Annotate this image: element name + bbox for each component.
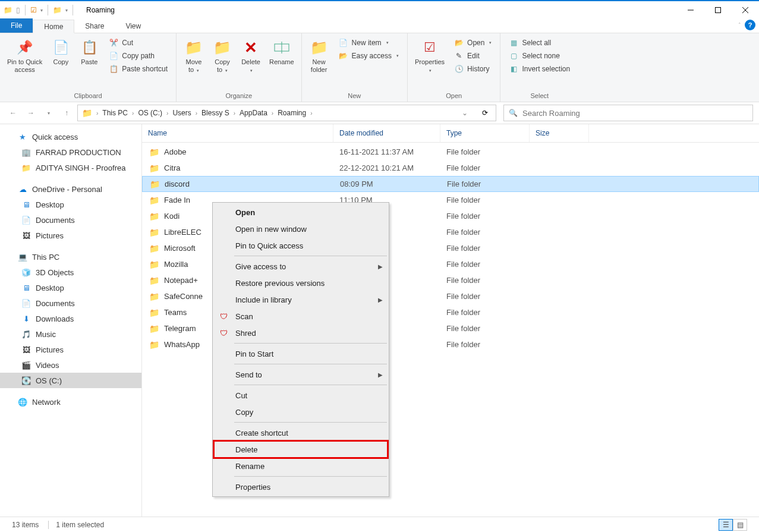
close-button[interactable]	[732, 1, 759, 19]
maximize-button[interactable]	[704, 1, 732, 19]
cmenu-give-access[interactable]: Give access to▶	[214, 258, 388, 275]
cmenu-open[interactable]: Open	[214, 204, 388, 221]
sidebar-music[interactable]: 🎵Music	[0, 326, 141, 342]
header-date[interactable]: Date modified	[333, 124, 440, 142]
ribbon-tabs: File Home Share View ˄ ?	[0, 19, 759, 33]
cmenu-open-new-window[interactable]: Open in new window	[214, 221, 388, 237]
file-row[interactable]: 📁Citra 22-12-2021 10:21 AM File folder	[142, 160, 759, 176]
back-button[interactable]: ←	[6, 106, 20, 120]
folder-icon: 📁	[149, 324, 159, 333]
sidebar-network[interactable]: 🌐Network	[0, 394, 141, 410]
cmenu-delete[interactable]: Delete	[214, 441, 388, 458]
folder-icon: 📁	[82, 108, 92, 118]
header-name[interactable]: Name	[142, 124, 333, 142]
sidebar-onedrive[interactable]: ☁OneDrive - Personal	[0, 181, 141, 197]
search-box[interactable]: 🔍	[503, 105, 753, 121]
checkbox-icon[interactable]: ☑	[30, 6, 37, 14]
copy-button[interactable]: 📄 Copy	[47, 36, 74, 91]
tab-share[interactable]: Share	[74, 19, 115, 33]
header-size[interactable]: Size	[530, 124, 589, 142]
cmenu-create-shortcut[interactable]: Create shortcut	[214, 424, 388, 441]
header-type[interactable]: Type	[440, 124, 530, 142]
cmenu-cut[interactable]: Cut	[214, 387, 388, 404]
sidebar-this-pc[interactable]: 💻This PC	[0, 249, 141, 265]
cmenu-pin-quick[interactable]: Pin to Quick access	[214, 237, 388, 254]
copy-to-button[interactable]: 📁 Copy to ▾	[209, 36, 236, 91]
cmenu-rename[interactable]: Rename	[214, 458, 388, 474]
tab-home[interactable]: Home	[33, 20, 74, 33]
paste-button[interactable]: 📋 Paste	[75, 36, 103, 91]
copy-path-button[interactable]: 📄Copy path	[106, 50, 170, 62]
cmenu-include-library[interactable]: Include in library▶	[214, 291, 388, 308]
cmenu-copy[interactable]: Copy	[214, 404, 388, 420]
rename-button[interactable]: Rename	[266, 36, 298, 91]
recent-locations-button[interactable]: ▾	[42, 106, 56, 120]
crumb-os[interactable]: OS (C:)	[136, 109, 164, 117]
easy-access-button[interactable]: 📂Easy access ▾	[336, 50, 401, 62]
address-dropdown[interactable]: ⌄	[458, 106, 472, 120]
refresh-button[interactable]: ⟳	[477, 105, 493, 121]
up-button[interactable]: ↑	[59, 106, 74, 120]
select-none-button[interactable]: ▢Select none	[506, 50, 572, 62]
cmenu-send-to[interactable]: Send to▶	[214, 366, 388, 383]
sidebar-documents2[interactable]: 📄Documents	[0, 295, 141, 311]
crumb-this-pc[interactable]: This PC	[100, 109, 130, 117]
open-group-label: Open	[411, 91, 497, 100]
properties-button[interactable]: ☑ Properties▾	[411, 36, 448, 91]
file-row[interactable]: 📁Adobe 16-11-2021 11:37 AM File folder	[142, 144, 759, 160]
icons-view-button[interactable]: ▤	[733, 519, 747, 531]
edit-button[interactable]: ✎Edit	[452, 50, 494, 62]
sidebar-desktop[interactable]: 🖥Desktop	[0, 197, 141, 212]
sidebar-videos[interactable]: 🎬Videos	[0, 357, 141, 373]
sidebar-3d-objects[interactable]: 🧊3D Objects	[0, 265, 141, 280]
tab-file[interactable]: File	[0, 18, 33, 33]
select-all-button[interactable]: ▦Select all	[506, 37, 572, 49]
cmenu-shred[interactable]: 🛡Shred	[214, 325, 388, 341]
minimize-button[interactable]	[677, 1, 704, 19]
help-button[interactable]: ?	[745, 20, 755, 30]
sidebar-pictures2[interactable]: 🖼Pictures	[0, 342, 141, 357]
file-row[interactable]: 📁discord 08:09 PM File folder	[142, 176, 759, 192]
tab-view[interactable]: View	[115, 19, 152, 33]
file-name: Citra	[164, 163, 180, 172]
chevron-up-icon[interactable]: ˄	[738, 22, 741, 28]
sidebar-downloads[interactable]: ⬇Downloads	[0, 311, 141, 326]
details-view-button[interactable]: ☰	[719, 519, 733, 531]
history-button[interactable]: 🕓History	[452, 63, 494, 75]
crumb-users[interactable]: Users	[171, 109, 193, 117]
folder-icon: 📁	[149, 260, 159, 269]
pin-quick-access-button[interactable]: 📌 Pin to Quick access	[4, 36, 46, 91]
sidebar-desktop2[interactable]: 🖥Desktop	[0, 280, 141, 295]
search-input[interactable]	[522, 109, 748, 118]
sidebar-os-c[interactable]: 💽OS (C:)	[0, 373, 141, 388]
move-to-button[interactable]: 📁 Move to ▾	[180, 36, 207, 91]
new-folder-button[interactable]: 📁 New folder	[306, 36, 333, 91]
cmenu-scan[interactable]: 🛡Scan	[214, 308, 388, 325]
sidebar-quick-access[interactable]: ★Quick access	[0, 129, 141, 144]
sidebar-aditya[interactable]: 📁ADITYA SINGH - Proofrea	[0, 160, 141, 175]
crumb-roaming[interactable]: Roaming	[276, 109, 308, 117]
file-date: 22-12-2021 10:21 AM	[333, 163, 440, 172]
folder-icon: 📁	[149, 244, 159, 253]
forward-button[interactable]: →	[24, 106, 38, 120]
paste-shortcut-button[interactable]: 📋Paste shortcut	[106, 63, 170, 75]
crumb-user[interactable]: Blessy S	[200, 109, 231, 117]
invert-selection-button[interactable]: ◧Invert selection	[506, 63, 572, 75]
open-button[interactable]: 📂Open ▾	[452, 37, 494, 49]
cmenu-properties[interactable]: Properties	[214, 479, 388, 495]
sidebar-documents[interactable]: 📄Documents	[0, 212, 141, 228]
file-type: File folder	[440, 212, 530, 221]
navigation-pane: ★Quick access 🏢FARRAD PRODUCTION 📁ADITYA…	[0, 124, 141, 517]
crumb-appdata[interactable]: AppData	[238, 109, 269, 117]
cmenu-restore[interactable]: Restore previous versions	[214, 275, 388, 291]
folder-icon: 📁	[149, 147, 159, 157]
cut-button[interactable]: ✂️Cut	[106, 37, 170, 49]
sidebar-pictures[interactable]: 🖼Pictures	[0, 228, 141, 243]
clipboard-group-label: Clipboard	[4, 91, 172, 100]
select-group-label: Select	[504, 91, 575, 100]
delete-button[interactable]: ✕ Delete▾	[237, 36, 264, 91]
breadcrumb[interactable]: 📁 › This PC› OS (C:)› Users› Blessy S› A…	[77, 105, 496, 121]
cmenu-pin-start[interactable]: Pin to Start	[214, 345, 388, 362]
new-item-button[interactable]: 📄New item ▾	[336, 37, 401, 49]
sidebar-farrad[interactable]: 🏢FARRAD PRODUCTION	[0, 144, 141, 160]
